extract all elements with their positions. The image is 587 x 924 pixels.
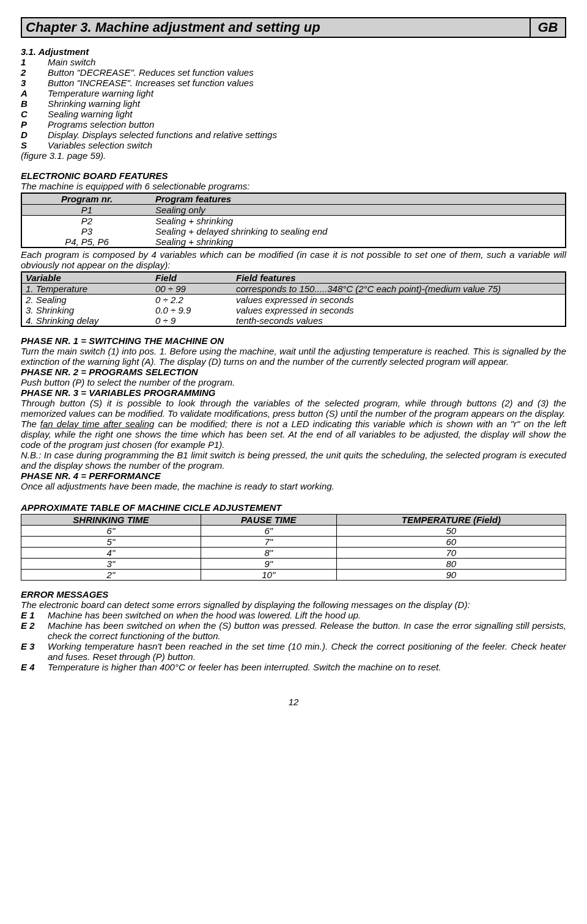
cycle-cell: 50: [336, 526, 566, 537]
cycle-cell: 6": [201, 526, 336, 537]
cycle-cell: 70: [336, 548, 566, 559]
table-header-row: SHRINKING TIME PAUSE TIME TEMPERATURE (F…: [21, 515, 566, 526]
program-feature: Sealing + shrinking: [152, 237, 566, 248]
error-code: E 1: [21, 610, 48, 620]
phase-4-text: Once all adjustments have been made, the…: [21, 481, 566, 491]
section-heading-adjustment: 3.1. Adjustment: [21, 46, 566, 57]
var-field: 0.0 ÷ 9.9: [152, 305, 232, 315]
adjustment-item: BShrinking warning light: [21, 98, 566, 109]
table-row: P4, P5, P6Sealing + shrinking: [21, 237, 566, 248]
cycle-table-heading: APPROXIMATE TABLE OF MACHINE CICLE ADJUS…: [21, 502, 566, 513]
adjustment-text: Main switch: [48, 57, 95, 67]
table-row: 6"6"50: [21, 526, 566, 537]
adjustment-item: PPrograms selection button: [21, 119, 566, 130]
error-item: E 3Working temperature hasn't been reach…: [21, 641, 566, 662]
variable-table: Variable Field Field features 1. Tempera…: [21, 271, 566, 327]
adjustment-item: 3Button "INCREASE". Increases set functi…: [21, 78, 566, 88]
cycle-h-shrink: SHRINKING TIME: [21, 515, 201, 526]
error-text: Temperature is higher than 400°C or feel…: [48, 662, 566, 672]
phase-3-text-2: The fan delay time after sealing can be …: [21, 419, 566, 450]
var-desc: tenth-seconds values: [232, 315, 566, 326]
program-nr: P2: [21, 216, 152, 227]
cycle-h-temp: TEMPERATURE (Field): [336, 515, 566, 526]
cycle-cell: 4": [21, 548, 201, 559]
adjustment-key: S: [21, 140, 48, 150]
table-row: P1Sealing only: [21, 205, 566, 216]
cycle-cell: 5": [21, 537, 201, 548]
error-text: Working temperature hasn't been reached …: [48, 641, 566, 662]
adjustment-text: Display. Displays selected functions and…: [48, 130, 277, 140]
phase-2-heading: PHASE NR. 2 = PROGRAMS SELECTION: [21, 367, 566, 377]
cycle-cell: 60: [336, 537, 566, 548]
var-field: 00 ÷ 99: [152, 284, 232, 295]
error-messages-heading: ERROR MESSAGES: [21, 589, 566, 600]
table-row: 1. Temperature00 ÷ 99corresponds to 150.…: [21, 284, 566, 295]
adjustment-list: 1Main switch2Button "DECREASE". Reduces …: [21, 57, 566, 150]
table-row: 2. Sealing0 ÷ 2.2values expressed in sec…: [21, 295, 566, 306]
adjustment-key: 3: [21, 78, 48, 88]
adjustment-key: C: [21, 109, 48, 119]
program-nr: P1: [21, 205, 152, 216]
adjustment-text: Variables selection switch: [48, 140, 152, 150]
phase-3-text-1: Through button (S) it is possible to loo…: [21, 398, 566, 419]
adjustment-text: Shrinking warning light: [48, 98, 140, 109]
ebf-note: Each program is composed by 4 variables …: [21, 249, 566, 270]
adjustment-key: B: [21, 98, 48, 109]
cycle-cell: 10": [201, 570, 336, 581]
phase-3-text-2a: The: [21, 419, 40, 429]
ebf-intro: The machine is equipped with 6 selection…: [21, 181, 566, 191]
cycle-cell: 2": [21, 570, 201, 581]
error-code: E 4: [21, 662, 48, 672]
cycle-cell: 9": [201, 559, 336, 570]
error-item: E 4Temperature is higher than 400°C or f…: [21, 662, 566, 672]
var-field: 0 ÷ 9: [152, 315, 232, 326]
phase-3-heading: PHASE NR. 3 = VARIABLES PROGRAMMING: [21, 387, 566, 398]
phase-4-heading: PHASE NR. 4 = PERFORMANCE: [21, 471, 566, 481]
phase-2-text: Push button (P) to select the number of …: [21, 377, 566, 387]
adjustment-key: D: [21, 130, 48, 140]
var-desc: values expressed in seconds: [232, 295, 566, 306]
program-header-nr: Program nr.: [21, 193, 152, 205]
adjustment-item: 1Main switch: [21, 57, 566, 67]
program-nr: P3: [21, 226, 152, 237]
cycle-cell: 80: [336, 559, 566, 570]
adjustment-item: DDisplay. Displays selected functions an…: [21, 130, 566, 140]
chapter-header: Chapter 3. Machine adjustment and settin…: [21, 17, 566, 38]
error-code: E 2: [21, 620, 48, 641]
error-item: E 2Machine has been switched on when the…: [21, 620, 566, 641]
adjustment-key: A: [21, 88, 48, 98]
adjustment-item: CSealing warning light: [21, 109, 566, 119]
table-row: 2"10"90: [21, 570, 566, 581]
adjustment-text: Sealing warning light: [48, 109, 132, 119]
language-badge: GB: [531, 18, 565, 37]
table-row: 3. Shrinking0.0 ÷ 9.9values expressed in…: [21, 305, 566, 315]
page-number: 12: [21, 697, 566, 707]
var-name: 1. Temperature: [21, 284, 152, 295]
program-feature: Sealing + delayed shrinking to sealing e…: [152, 226, 566, 237]
var-name: 4. Shrinking delay: [21, 315, 152, 326]
table-header-row: Variable Field Field features: [21, 272, 566, 284]
table-row: 3"9"80: [21, 559, 566, 570]
error-messages-intro: The electronic board can detect some err…: [21, 600, 566, 610]
cycle-cell: 8": [201, 548, 336, 559]
table-row: 4. Shrinking delay0 ÷ 9tenth-seconds val…: [21, 315, 566, 326]
adjustment-item: SVariables selection switch: [21, 140, 566, 150]
var-header-field: Field: [152, 272, 232, 284]
adjustment-key: 2: [21, 67, 48, 78]
adjustment-key: P: [21, 119, 48, 130]
table-header-row: Program nr. Program features: [21, 193, 566, 205]
var-name: 2. Sealing: [21, 295, 152, 306]
table-row: 5"7"60: [21, 537, 566, 548]
var-desc: values expressed in seconds: [232, 305, 566, 315]
cycle-table: SHRINKING TIME PAUSE TIME TEMPERATURE (F…: [21, 514, 566, 581]
phase-1-heading: PHASE NR. 1 = SWITCHING THE MACHINE ON: [21, 336, 566, 346]
cycle-cell: 7": [201, 537, 336, 548]
adjustment-item: 2Button "DECREASE". Reduces set function…: [21, 67, 566, 78]
var-desc: corresponds to 150.....348°C (2°C each p…: [232, 284, 566, 295]
table-row: P2Sealing + shrinking: [21, 216, 566, 227]
error-list: E 1Machine has been switched on when the…: [21, 610, 566, 672]
error-text: Machine has been switched on when the (S…: [48, 620, 566, 641]
cycle-cell: 6": [21, 526, 201, 537]
fan-delay-underlined: fan delay time after sealing: [40, 419, 155, 429]
var-field: 0 ÷ 2.2: [152, 295, 232, 306]
